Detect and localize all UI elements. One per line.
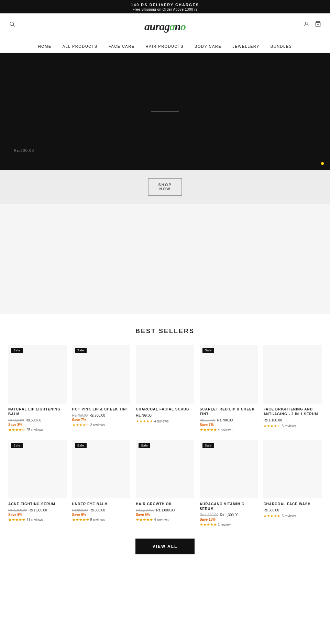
star-row: ★★★★★ 11 reviews — [8, 518, 43, 522]
svg-point-0 — [10, 22, 14, 26]
product-name: AURAGANO VITAMIN C SERUM — [200, 502, 258, 511]
review-count: 4 reviews — [154, 518, 168, 522]
star-row: ★★★★★ 5 reviews — [72, 518, 105, 522]
price-only: Rs.380.00 — [263, 508, 279, 512]
star-row: ★★★★★ 5 reviews — [263, 514, 296, 518]
product-image[interactable]: Sale — [8, 345, 67, 404]
sale-badge: Sale — [139, 443, 150, 448]
product-card: Sale HAIR GROWTH OIL Rs.1,100.00 Rs.1,00… — [136, 440, 194, 527]
nav-all-products[interactable]: ALL PRODUCTS — [63, 44, 98, 48]
product-image[interactable] — [263, 345, 322, 404]
logo-dot: o — [180, 20, 186, 33]
price-row: Rs.1,100.00 Rs.1,000.00 — [8, 508, 47, 512]
hero-dot — [321, 162, 324, 165]
product-image[interactable] — [136, 345, 194, 404]
shop-now-section: SHOPNOW — [0, 170, 330, 204]
save-percent: Save 9% — [136, 513, 150, 517]
nav-face-care[interactable]: FACE CARE — [109, 44, 135, 48]
price-old: Rs.650.00 — [8, 418, 24, 422]
top-banner: 140 RS DELIVERY CHARGES Free Shipping on… — [0, 0, 330, 13]
hero-banner: Rs.600.00 — [0, 53, 330, 170]
price-new: Rs.1,000.00 — [29, 508, 47, 512]
view-all-button[interactable]: VIEW ALL — [135, 539, 195, 554]
nav-home[interactable]: HOME — [38, 44, 52, 48]
review-count: 5 reviews — [90, 518, 105, 522]
best-sellers-section: BEST SELLERS Sale NATURAL LIP LIGHTENING… — [0, 314, 330, 572]
product-image[interactable]: Sale — [72, 440, 131, 499]
price-new: Rs.700.00 — [217, 418, 233, 422]
product-image[interactable]: Sale — [136, 440, 194, 499]
search-button[interactable] — [8, 20, 16, 30]
sale-badge: Sale — [11, 348, 23, 353]
save-percent: Save 6% — [72, 513, 86, 517]
price-only: Rs.1,100.00 — [263, 418, 282, 422]
price-new: Rs.800.00 — [89, 508, 105, 512]
save-percent: Save 8% — [8, 423, 22, 427]
banner-line2: Free Shipping on Order Above 1300 rs — [0, 8, 330, 11]
mid-section — [0, 204, 330, 314]
product-image[interactable]: Sale — [200, 345, 258, 404]
star-icons: ★★★★☆ — [263, 424, 280, 428]
sale-badge: Sale — [202, 348, 214, 353]
svg-point-2 — [305, 22, 307, 24]
product-card: CHARCOAL FACE WASH Rs.380.00 ★★★★★ 5 rev… — [263, 440, 322, 527]
header-right-icons — [302, 20, 322, 30]
product-name: CHARCOAL FACE WASH — [263, 502, 310, 507]
review-count: 3 reviews — [90, 423, 105, 427]
product-card: Sale AURAGANO VITAMIN C SERUM Rs.1,500.0… — [200, 440, 258, 527]
cart-button[interactable] — [314, 20, 322, 30]
price-new: Rs.700.00 — [89, 414, 105, 417]
save-percent: Save 7% — [200, 423, 214, 427]
product-image[interactable]: Sale — [72, 345, 131, 404]
price-row: Rs.850.00 Rs.800.00 — [72, 508, 105, 512]
logo-accent: a — [169, 20, 175, 33]
product-name: CHARCOAL FACIAL SCRUB — [136, 407, 189, 412]
banner-line1: 140 RS DELIVERY CHARGES — [0, 3, 330, 7]
product-image[interactable]: Sale — [8, 440, 67, 499]
nav-bundles[interactable]: BUNDLES — [271, 44, 292, 48]
product-name: UNDER EYE BALM — [72, 502, 108, 507]
shop-now-button[interactable]: SHOPNOW — [148, 178, 182, 196]
star-row: ★★★★☆ 25 reviews — [8, 428, 43, 432]
review-count: 5 reviews — [282, 514, 296, 518]
star-icons: ★★★★★ — [200, 428, 217, 432]
nav-hair-products[interactable]: HAIR PRODUCTS — [145, 44, 184, 48]
product-card: Sale HOT PINK LIP & CHEEK TINT Rs.750.00… — [72, 345, 131, 432]
product-grid-row2: Sale ACNE FIGHTING SERUM Rs.1,100.00 Rs.… — [8, 440, 322, 527]
star-icons: ★★★★☆ — [72, 423, 89, 427]
star-icons: ★★★★☆ — [8, 428, 25, 432]
product-card: Sale NATURAL LIP LIGHTENING BALM Rs.650.… — [8, 345, 67, 432]
price-new: Rs.600.00 — [26, 418, 42, 422]
sale-badge: Sale — [202, 443, 214, 448]
product-image[interactable] — [263, 440, 322, 499]
price-only: Rs.799.00 — [136, 414, 152, 417]
price-old: Rs.1,500.00 — [200, 513, 218, 517]
product-name: NATURAL LIP LIGHTENING BALM — [8, 407, 67, 417]
product-card: Sale ACNE FIGHTING SERUM Rs.1,100.00 Rs.… — [8, 440, 67, 527]
star-icons: ★★★★★ — [136, 419, 153, 423]
svg-line-1 — [13, 25, 14, 26]
product-card: Sale UNDER EYE BALM Rs.850.00 Rs.800.00 … — [72, 440, 131, 527]
save-percent: Save 13% — [200, 518, 216, 521]
product-card: CHARCOAL FACIAL SCRUB Rs.799.00 ★★★★★ 4 … — [136, 345, 194, 432]
sale-badge: Sale — [75, 443, 87, 448]
product-name: FACE BRIGHTENING AND ANTI-AGING - 2 IN 1… — [263, 407, 322, 417]
price-new: Rs.1,000.00 — [156, 508, 175, 512]
header-left-icons — [8, 20, 16, 30]
price-old: Rs.1,100.00 — [136, 508, 154, 512]
product-name: HAIR GROWTH OIL — [136, 502, 173, 507]
product-card: Sale SCARLET RED LIP & CHEEK TINT Rs.750… — [200, 345, 258, 432]
price-row: Rs.750.00 Rs.700.00 — [200, 418, 233, 422]
logo[interactable]: auragano — [144, 20, 186, 33]
star-icons: ★★★★★ — [72, 518, 89, 522]
nav-jewellery[interactable]: JEWELLERY — [232, 44, 260, 48]
star-icons: ★★★★★ — [8, 518, 25, 522]
star-row: ★★★★★ 4 reviews — [200, 428, 232, 432]
main-nav: HOME ALL PRODUCTS FACE CARE HAIR PRODUCT… — [0, 40, 330, 53]
price-row: Rs.1,100.00 Rs.1,000.00 — [136, 508, 175, 512]
star-row: ★★★★☆ 5 reviews — [263, 424, 296, 428]
product-image[interactable]: Sale — [200, 440, 258, 499]
sale-badge: Sale — [75, 348, 87, 353]
nav-body-care[interactable]: BODY CARE — [195, 44, 221, 48]
user-button[interactable] — [302, 20, 310, 30]
